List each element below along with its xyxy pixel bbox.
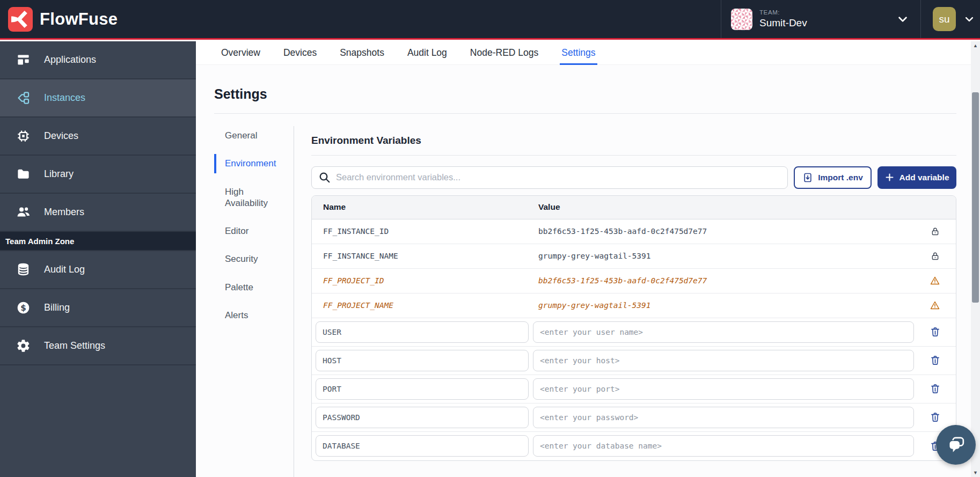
sidebar-item-members[interactable]: Members: [0, 194, 196, 232]
instance-tabbar: Overview Devices Snapshots Audit Log Nod…: [196, 41, 971, 65]
team-label: TEAM:: [759, 9, 807, 16]
variable-name-input[interactable]: [316, 435, 529, 457]
applications-icon: [16, 53, 31, 67]
user-menu[interactable]: su: [920, 0, 980, 38]
import-env-button[interactable]: Import .env: [794, 166, 872, 189]
delete-variable-button[interactable]: [928, 410, 942, 424]
subnav-item-alerts[interactable]: Alerts: [214, 306, 274, 325]
brand-name: FlowFuse: [40, 10, 118, 29]
flowfuse-logo-icon: [8, 7, 33, 32]
chat-widget-button[interactable]: [936, 425, 976, 465]
sidebar-item-team-settings[interactable]: Team Settings: [0, 327, 196, 365]
scroll-down-arrow[interactable]: ▼: [971, 468, 980, 477]
devices-icon: [16, 129, 31, 143]
sidebar-item-label: Members: [44, 207, 84, 218]
subnav-item-security[interactable]: Security: [214, 249, 274, 268]
column-header-value: Value: [533, 202, 914, 212]
top-bar: FlowFuse TEAM: Sumit-Dev su: [0, 0, 980, 40]
tab-overview[interactable]: Overview: [221, 41, 260, 64]
instances-icon: [16, 91, 31, 105]
table-row: FF_INSTANCE_NAME grumpy-grey-wagtail-539…: [312, 244, 956, 269]
team-avatar: [731, 9, 752, 30]
team-name: Sumit-Dev: [759, 18, 807, 29]
tab-settings[interactable]: Settings: [561, 41, 595, 64]
tab-snapshots[interactable]: Snapshots: [340, 41, 384, 64]
delete-variable-button[interactable]: [928, 325, 942, 339]
table-row-editable: [312, 375, 956, 403]
sidebar-item-label: Library: [44, 168, 74, 180]
dollar-circle-icon: $: [16, 300, 31, 315]
chevron-down-icon: [964, 14, 975, 25]
subnav-item-general[interactable]: General: [214, 126, 274, 145]
vertical-scrollbar[interactable]: ▲ ▼: [971, 41, 980, 477]
variable-value-input[interactable]: [533, 378, 914, 400]
subnav-item-palette[interactable]: Palette: [214, 278, 274, 297]
scroll-up-arrow[interactable]: ▲: [971, 41, 980, 50]
chat-bubbles-icon: [945, 434, 967, 456]
table-row-editable: [312, 432, 956, 460]
tab-audit-log[interactable]: Audit Log: [407, 41, 447, 64]
table-header: Name Value: [312, 196, 956, 219]
folder-icon: [16, 167, 31, 181]
variable-name-input[interactable]: [316, 407, 529, 428]
warning-icon: [914, 275, 956, 286]
env-variables-table: Name Value FF_INSTANCE_ID bb2f6c53-1f25-…: [311, 195, 956, 461]
sidebar-item-applications[interactable]: Applications: [0, 41, 196, 79]
team-selector[interactable]: TEAM: Sumit-Dev: [721, 0, 920, 38]
table-row-editable: [312, 347, 956, 375]
variable-name-input[interactable]: [316, 378, 529, 400]
sidebar-item-label: Billing: [44, 302, 70, 313]
main-area: Overview Devices Snapshots Audit Log Nod…: [196, 41, 971, 477]
add-variable-button[interactable]: Add variable: [877, 166, 956, 189]
variable-name-input[interactable]: [316, 350, 529, 371]
sidebar-item-instances[interactable]: Instances: [0, 79, 196, 118]
subnav-item-editor[interactable]: Editor: [214, 222, 274, 240]
lock-icon: [914, 251, 956, 261]
page-title: Settings: [214, 86, 956, 102]
section-title: Environment Variables: [311, 135, 956, 146]
variable-value-input[interactable]: [533, 321, 914, 343]
variable-value-input[interactable]: [533, 407, 914, 428]
section-divider: [311, 155, 956, 156]
settings-subnav: General Environment High Availability Ed…: [214, 126, 294, 477]
import-file-icon: [802, 172, 813, 183]
plus-icon: [884, 172, 895, 182]
team-admin-zone-label: Team Admin Zone: [0, 232, 196, 251]
sidebar-item-library[interactable]: Library: [0, 156, 196, 194]
sidebar-item-devices[interactable]: Devices: [0, 118, 196, 156]
subnav-item-environment[interactable]: Environment: [214, 154, 274, 173]
table-row: FF_INSTANCE_ID bb2f6c53-1f25-453b-aafd-0…: [312, 219, 956, 244]
sidebar-item-label: Audit Log: [44, 264, 85, 275]
search-input[interactable]: [311, 166, 788, 189]
variable-value-input[interactable]: [533, 350, 914, 371]
sidebar-item-audit-log[interactable]: Audit Log: [0, 251, 196, 289]
gear-icon: [16, 339, 31, 353]
environment-panel: Environment Variables: [294, 126, 956, 477]
table-row: FF_PROJECT_ID bb2f6c53-1f25-453b-aafd-0c…: [312, 269, 956, 293]
scrollbar-thumb[interactable]: [972, 92, 979, 303]
table-row-editable: [312, 403, 956, 432]
tab-devices[interactable]: Devices: [283, 41, 317, 64]
user-avatar: su: [933, 7, 956, 31]
sidebar-item-billing[interactable]: $ Billing: [0, 289, 196, 327]
members-icon: [16, 205, 31, 219]
sidebar: Applications Instances Devices Libr: [0, 41, 196, 477]
table-row-editable: [312, 318, 956, 347]
subnav-item-high-availability[interactable]: High Availability: [214, 182, 274, 213]
brand-logo[interactable]: FlowFuse: [0, 7, 118, 32]
sidebar-item-label: Team Settings: [44, 340, 105, 351]
title-divider: [214, 113, 956, 114]
delete-variable-button[interactable]: [928, 382, 942, 395]
lock-icon: [914, 226, 956, 237]
column-header-name: Name: [312, 202, 533, 212]
variable-value-input[interactable]: [533, 435, 914, 457]
warning-icon: [914, 300, 956, 311]
search-icon: [318, 171, 331, 186]
table-row: FF_PROJECT_NAME grumpy-grey-wagtail-5391: [312, 293, 956, 318]
sidebar-item-label: Instances: [44, 92, 85, 104]
delete-variable-button[interactable]: [928, 354, 942, 367]
tab-node-red-logs[interactable]: Node-RED Logs: [470, 41, 538, 64]
variable-name-input[interactable]: [316, 321, 529, 343]
chevron-down-icon: [897, 13, 909, 25]
database-icon: [16, 262, 31, 277]
